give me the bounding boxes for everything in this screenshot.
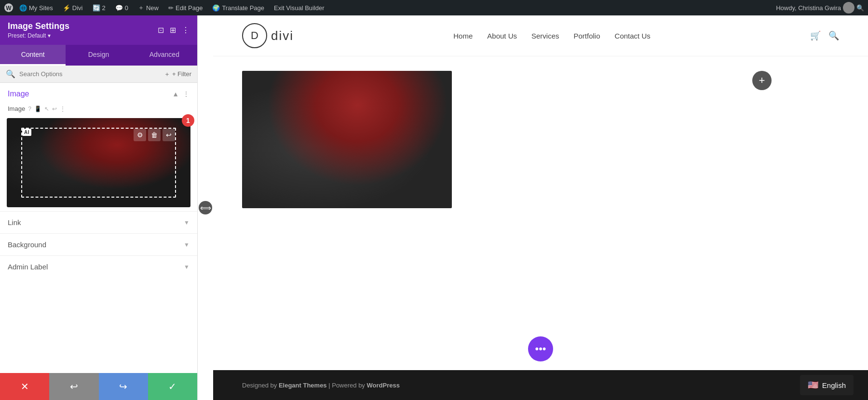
link-section[interactable]: Link ▼ xyxy=(0,211,197,233)
main-photo xyxy=(242,71,452,208)
comments-link[interactable]: 💬 0 xyxy=(111,0,132,15)
background-chevron-icon: ▼ xyxy=(184,241,190,248)
sidebar: Image Settings Preset: Default ▾ ⊡ ⊞ ⋮ C… xyxy=(0,15,198,400)
tab-content[interactable]: Content xyxy=(0,45,66,66)
tab-design[interactable]: Design xyxy=(66,45,131,66)
undo-icon-btn[interactable]: ↩ xyxy=(163,129,175,141)
search-icon-small: 🔍 xyxy=(6,69,15,79)
site-footer: Designed by Elegant Themes | Powered by … xyxy=(213,370,868,400)
search-bar: 🔍 ＋ + Filter xyxy=(0,66,197,83)
sidebar-title-group: Image Settings Preset: Default ▾ xyxy=(8,21,69,39)
undo-icon-small[interactable]: ↩ xyxy=(52,106,57,112)
delete-icon-btn[interactable]: 🗑 xyxy=(148,129,161,141)
link-section-title: Link xyxy=(8,218,21,227)
background-section[interactable]: Background ▼ xyxy=(0,233,197,255)
sidebar-tabs: Content Design Advanced xyxy=(0,45,197,66)
translate-page-link[interactable]: 🌍 Translate Page xyxy=(208,0,268,15)
comment-icon: 💬 xyxy=(115,4,123,12)
filter-button[interactable]: ＋ + Filter xyxy=(164,70,191,79)
flag-icon: 🇺🇸 xyxy=(808,380,818,390)
redo-button[interactable]: ↪ xyxy=(99,373,148,400)
image-preview[interactable]: AI ⚙ 🗑 ↩ xyxy=(7,118,190,207)
sidebar-content: Image ▲ ⋮ Image ? 📱 ↖ ↩ ⋮ xyxy=(0,83,197,373)
admin-label-chevron-icon: ▼ xyxy=(184,264,190,270)
site-nav: D divi Home About Us Services Portfolio … xyxy=(213,15,868,56)
language-label: English xyxy=(822,381,846,389)
edit-page-link[interactable]: ✏ Edit Page xyxy=(164,0,206,15)
search-icon[interactable]: 🔍 xyxy=(856,4,864,12)
globe-icon: 🌐 xyxy=(19,4,27,12)
nav-search-icon[interactable]: 🔍 xyxy=(828,30,839,41)
image-section-title: Image xyxy=(8,90,29,98)
resize-circle: ⟺ xyxy=(199,201,212,214)
translate-icon: 🌍 xyxy=(212,4,220,12)
notification-badge: 1 xyxy=(182,114,194,127)
image-field-row: Image ? 📱 ↖ ↩ ⋮ xyxy=(0,103,197,114)
undo-button[interactable]: ↩ xyxy=(49,373,98,400)
nav-contact[interactable]: Contact Us xyxy=(615,32,651,40)
menu-icons: 🛒 🔍 xyxy=(810,30,839,41)
admin-label-title: Admin Label xyxy=(8,263,48,271)
logo-circle: D xyxy=(242,23,267,48)
fab-button[interactable]: ••• xyxy=(528,336,553,361)
cursor-icon[interactable]: ↖ xyxy=(44,106,49,112)
image-field-label: Image xyxy=(8,105,25,112)
content-area: + xyxy=(213,56,868,370)
footer-text: Designed by Elegant Themes | Powered by … xyxy=(242,382,400,389)
nav-portfolio[interactable]: Portfolio xyxy=(574,32,600,40)
save-button[interactable]: ✓ xyxy=(148,373,197,400)
nav-about[interactable]: About Us xyxy=(487,32,517,40)
more-options-icon[interactable]: ⋮ xyxy=(182,26,190,35)
admin-label-section[interactable]: Admin Label ▼ xyxy=(0,255,197,278)
revision-link[interactable]: 🔄 2 xyxy=(89,0,109,15)
plus-icon: ＋ xyxy=(138,3,144,12)
nav-services[interactable]: Services xyxy=(531,32,559,40)
gear-icon-btn[interactable]: ⚙ xyxy=(134,129,146,141)
my-sites-link[interactable]: 🌐 My Sites xyxy=(15,0,57,15)
sidebar-preset[interactable]: Preset: Default ▾ xyxy=(8,32,69,39)
elegant-themes-link[interactable]: Elegant Themes xyxy=(279,382,327,389)
sidebar-header-icons: ⊡ ⊞ ⋮ xyxy=(158,26,190,35)
divi-icon: ⚡ xyxy=(63,4,70,12)
admin-bar: W 🌐 My Sites ⚡ Divi 🔄 2 💬 0 ＋ New ✏ Edit… xyxy=(0,0,868,15)
link-chevron-icon: ▼ xyxy=(184,219,190,226)
sidebar-bottom: ✕ ↩ ↪ ✓ xyxy=(0,373,197,400)
mobile-icon[interactable]: 📱 xyxy=(34,106,41,112)
site-menu: Home About Us Services Portfolio Contact… xyxy=(453,32,650,40)
pencil-icon: ✏ xyxy=(168,4,174,12)
admin-bar-right: Howdy, Christina Gwira 🔍 xyxy=(776,2,864,13)
ai-badge: AI xyxy=(22,129,31,136)
wordpress-link[interactable]: WordPress xyxy=(367,382,400,389)
image-section-header: Image ▲ ⋮ xyxy=(0,83,197,103)
nav-home[interactable]: Home xyxy=(453,32,473,40)
sidebar-header: Image Settings Preset: Default ▾ ⊡ ⊞ ⋮ xyxy=(0,15,197,45)
expand-icon[interactable]: ⊞ xyxy=(170,26,176,35)
sidebar-title: Image Settings xyxy=(8,21,69,31)
tab-advanced[interactable]: Advanced xyxy=(132,45,197,66)
add-content-button[interactable]: + xyxy=(752,71,772,90)
help-icon[interactable]: ? xyxy=(28,106,31,112)
avatar xyxy=(843,2,854,13)
site-logo: D divi xyxy=(242,23,294,48)
website-preview: D divi Home About Us Services Portfolio … xyxy=(213,15,868,400)
howdy-text: Howdy, Christina Gwira xyxy=(776,4,841,12)
cancel-button[interactable]: ✕ xyxy=(0,373,49,400)
filter-plus-icon: ＋ xyxy=(164,70,170,79)
minimize-icon[interactable]: ⊡ xyxy=(158,26,164,35)
new-link[interactable]: ＋ New xyxy=(134,0,163,15)
cart-icon[interactable]: 🛒 xyxy=(810,30,821,41)
divi-link[interactable]: ⚡ Divi xyxy=(59,0,87,15)
search-input[interactable] xyxy=(19,70,160,78)
language-selector[interactable]: 🇺🇸 English xyxy=(800,375,854,395)
resize-handle[interactable]: ⟺ xyxy=(198,15,213,400)
exit-builder-link[interactable]: Exit Visual Builder xyxy=(270,0,328,15)
field-more-icon[interactable]: ⋮ xyxy=(60,106,66,112)
image-preview-wrap: AI ⚙ 🗑 ↩ 1 xyxy=(7,118,190,207)
section-icons: ▲ ⋮ xyxy=(172,90,190,98)
section-more-icon[interactable]: ⋮ xyxy=(183,90,190,98)
logo-text: divi xyxy=(271,28,294,43)
filter-label: + Filter xyxy=(172,70,191,78)
wordpress-icon: W xyxy=(4,3,14,13)
background-section-title: Background xyxy=(8,240,46,249)
collapse-icon[interactable]: ▲ xyxy=(172,90,179,98)
